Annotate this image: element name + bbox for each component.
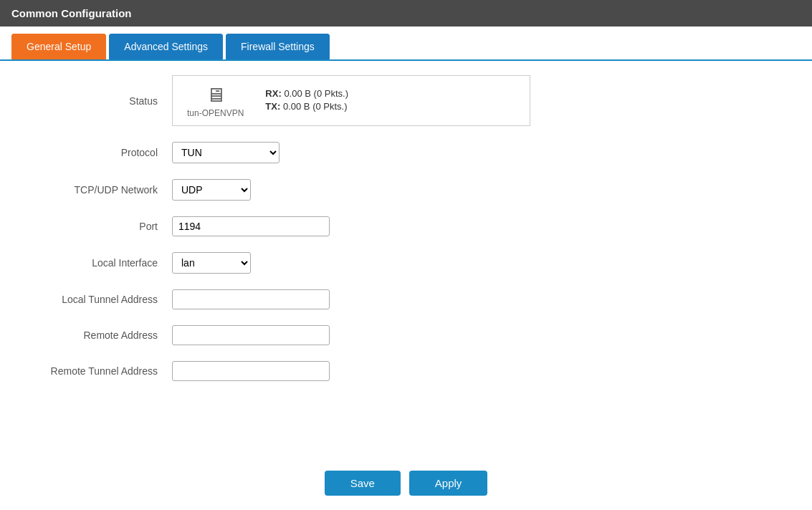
local-interface-row: Local Interface lan wan loopback — [29, 252, 783, 274]
protocol-select[interactable]: TUN TAP — [172, 142, 280, 163]
tab-general-setup[interactable]: General Setup — [11, 34, 106, 59]
tabs-row: General Setup Advanced Settings Firewall… — [0, 27, 812, 61]
status-row: Status 🖥 tun-OPENVPN RX: 0.00 B (0 Pkts.… — [29, 75, 783, 126]
status-rx-tx: RX: 0.00 B (0 Pkts.) TX: 0.00 B (0 Pkts.… — [265, 88, 348, 114]
tab-firewall-settings[interactable]: Firewall Settings — [226, 34, 330, 59]
protocol-row: Protocol TUN TAP — [29, 142, 783, 163]
local-interface-control: lan wan loopback — [172, 252, 783, 274]
port-row: Port — [29, 216, 783, 236]
remote-tunnel-row: Remote Tunnel Address — [29, 361, 783, 381]
tab-advanced-settings[interactable]: Advanced Settings — [109, 34, 223, 59]
tx-line: TX: 0.00 B (0 Pkts.) — [265, 101, 348, 112]
footer-buttons: Save Apply — [0, 456, 812, 510]
tx-value: 0.00 B (0 Pkts.) — [283, 101, 348, 112]
remote-address-control — [172, 325, 783, 345]
title-bar: Common Configuration — [0, 0, 812, 27]
interface-name: tun-OPENVPN — [187, 108, 244, 118]
save-button[interactable]: Save — [325, 471, 401, 496]
tcpudp-row: TCP/UDP Network UDP TCP — [29, 179, 783, 201]
local-tunnel-control — [172, 289, 783, 309]
remote-address-label: Remote Address — [29, 329, 172, 341]
protocol-label: Protocol — [29, 147, 172, 158]
local-interface-label: Local Interface — [29, 257, 172, 269]
rx-value: 0.00 B (0 Pkts.) — [284, 88, 348, 99]
remote-tunnel-input[interactable] — [172, 361, 330, 381]
status-icon-area: 🖥 tun-OPENVPN — [187, 83, 244, 118]
port-control — [172, 216, 783, 236]
remote-address-row: Remote Address — [29, 325, 783, 345]
tcpudp-select[interactable]: UDP TCP — [172, 179, 251, 201]
content-area: Status 🖥 tun-OPENVPN RX: 0.00 B (0 Pkts.… — [0, 61, 812, 449]
tcpudp-control: UDP TCP — [172, 179, 783, 201]
rx-label: RX: — [265, 88, 281, 99]
local-tunnel-input[interactable] — [172, 289, 330, 309]
port-label: Port — [29, 221, 172, 232]
status-control-area: 🖥 tun-OPENVPN RX: 0.00 B (0 Pkts.) TX: 0… — [172, 75, 783, 126]
tcpudp-label: TCP/UDP Network — [29, 184, 172, 196]
main-window: Common Configuration General Setup Advan… — [0, 0, 812, 510]
local-interface-select[interactable]: lan wan loopback — [172, 252, 251, 274]
network-icon: 🖥 — [206, 83, 226, 107]
remote-tunnel-label: Remote Tunnel Address — [29, 365, 172, 377]
tx-label: TX: — [265, 101, 280, 112]
status-box: 🖥 tun-OPENVPN RX: 0.00 B (0 Pkts.) TX: 0… — [172, 75, 530, 126]
remote-tunnel-control — [172, 361, 783, 381]
apply-button[interactable]: Apply — [409, 471, 488, 496]
rx-line: RX: 0.00 B (0 Pkts.) — [265, 88, 348, 99]
status-label: Status — [29, 95, 172, 107]
protocol-control: TUN TAP — [172, 142, 783, 163]
local-tunnel-label: Local Tunnel Address — [29, 294, 172, 305]
port-input[interactable] — [172, 216, 330, 236]
window-title: Common Configuration — [11, 7, 131, 19]
remote-address-input[interactable] — [172, 325, 330, 345]
local-tunnel-row: Local Tunnel Address — [29, 289, 783, 309]
